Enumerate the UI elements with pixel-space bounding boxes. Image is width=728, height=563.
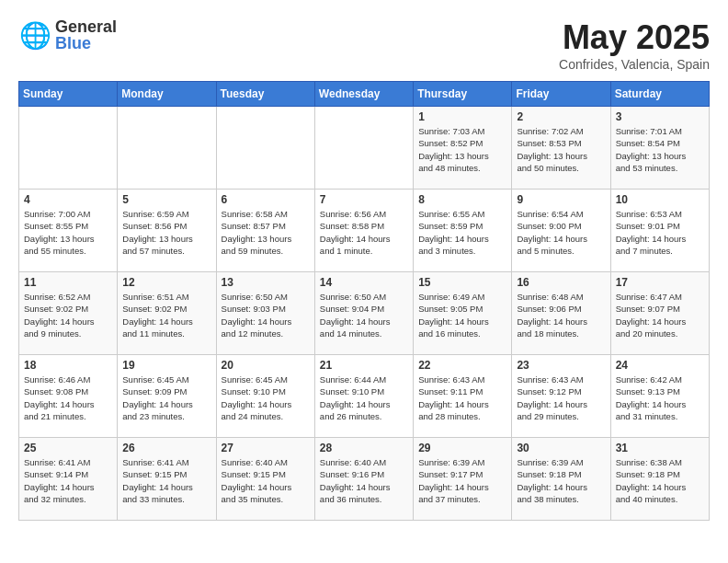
calendar-cell: 19Sunrise: 6:45 AM Sunset: 9:09 PM Dayli… bbox=[118, 355, 216, 438]
day-info: Sunrise: 6:47 AM Sunset: 9:07 PM Dayligh… bbox=[616, 291, 704, 339]
calendar-header-row: SundayMondayTuesdayWednesdayThursdayFrid… bbox=[19, 82, 710, 107]
day-info: Sunrise: 6:41 AM Sunset: 9:15 PM Dayligh… bbox=[122, 456, 210, 505]
calendar-cell: 5Sunrise: 6:59 AM Sunset: 8:56 PM Daylig… bbox=[118, 190, 216, 272]
logo: 🌐 General Blue bbox=[18, 18, 117, 52]
day-number: 30 bbox=[517, 442, 605, 454]
title-block: May 2025 Confrides, Valencia, Spain bbox=[559, 18, 710, 72]
day-number: 9 bbox=[517, 193, 605, 206]
day-number: 14 bbox=[320, 276, 408, 289]
day-info: Sunrise: 6:44 AM Sunset: 9:10 PM Dayligh… bbox=[320, 373, 408, 422]
calendar-cell: 15Sunrise: 6:49 AM Sunset: 9:05 PM Dayli… bbox=[414, 272, 512, 355]
day-number: 26 bbox=[122, 442, 210, 454]
day-number: 17 bbox=[616, 276, 704, 289]
calendar-cell: 18Sunrise: 6:46 AM Sunset: 9:08 PM Dayli… bbox=[19, 355, 118, 438]
day-number: 20 bbox=[222, 359, 310, 372]
header-monday: Monday bbox=[118, 82, 216, 107]
day-number: 27 bbox=[222, 442, 310, 454]
calendar-cell: 17Sunrise: 6:47 AM Sunset: 9:07 PM Dayli… bbox=[610, 272, 709, 355]
day-number: 10 bbox=[616, 193, 704, 206]
day-number: 7 bbox=[320, 193, 408, 206]
logo-text: General Blue bbox=[55, 18, 117, 52]
svg-text:🌐: 🌐 bbox=[19, 20, 51, 51]
day-number: 3 bbox=[616, 110, 704, 123]
day-number: 29 bbox=[418, 442, 506, 454]
day-info: Sunrise: 7:02 AM Sunset: 8:53 PM Dayligh… bbox=[517, 125, 605, 174]
day-info: Sunrise: 6:54 AM Sunset: 9:00 PM Dayligh… bbox=[517, 208, 605, 257]
day-info: Sunrise: 6:40 AM Sunset: 9:15 PM Dayligh… bbox=[222, 456, 310, 505]
day-info: Sunrise: 6:51 AM Sunset: 9:02 PM Dayligh… bbox=[122, 291, 210, 339]
day-number: 22 bbox=[418, 359, 506, 372]
day-number: 25 bbox=[24, 442, 112, 454]
day-info: Sunrise: 6:46 AM Sunset: 9:08 PM Dayligh… bbox=[24, 373, 112, 422]
day-info: Sunrise: 6:49 AM Sunset: 9:05 PM Dayligh… bbox=[418, 291, 506, 339]
day-info: Sunrise: 6:42 AM Sunset: 9:13 PM Dayligh… bbox=[616, 373, 704, 422]
day-info: Sunrise: 6:43 AM Sunset: 9:11 PM Dayligh… bbox=[418, 373, 506, 422]
day-number: 28 bbox=[320, 442, 408, 454]
calendar-cell bbox=[118, 107, 216, 190]
calendar-cell: 14Sunrise: 6:50 AM Sunset: 9:04 PM Dayli… bbox=[314, 272, 413, 355]
header-tuesday: Tuesday bbox=[216, 82, 314, 107]
calendar-cell: 23Sunrise: 6:43 AM Sunset: 9:12 PM Dayli… bbox=[512, 355, 610, 438]
day-info: Sunrise: 6:59 AM Sunset: 8:56 PM Dayligh… bbox=[122, 208, 210, 257]
calendar-cell: 2Sunrise: 7:02 AM Sunset: 8:53 PM Daylig… bbox=[512, 107, 610, 190]
logo-general: General bbox=[55, 18, 117, 35]
day-info: Sunrise: 6:40 AM Sunset: 9:16 PM Dayligh… bbox=[320, 456, 408, 505]
page-header: 🌐 General Blue May 2025 Confrides, Valen… bbox=[18, 18, 710, 72]
day-info: Sunrise: 6:56 AM Sunset: 8:58 PM Dayligh… bbox=[320, 208, 408, 257]
day-info: Sunrise: 6:53 AM Sunset: 9:01 PM Dayligh… bbox=[616, 208, 704, 257]
calendar-cell: 20Sunrise: 6:45 AM Sunset: 9:10 PM Dayli… bbox=[216, 355, 314, 438]
calendar-cell: 8Sunrise: 6:55 AM Sunset: 8:59 PM Daylig… bbox=[414, 190, 512, 272]
calendar-cell: 27Sunrise: 6:40 AM Sunset: 9:15 PM Dayli… bbox=[216, 438, 314, 521]
day-info: Sunrise: 6:58 AM Sunset: 8:57 PM Dayligh… bbox=[222, 208, 310, 257]
day-number: 24 bbox=[616, 359, 704, 372]
day-number: 13 bbox=[222, 276, 310, 289]
calendar-cell: 4Sunrise: 7:00 AM Sunset: 8:55 PM Daylig… bbox=[19, 190, 118, 272]
week-row-3: 11Sunrise: 6:52 AM Sunset: 9:02 PM Dayli… bbox=[19, 272, 710, 355]
day-number: 23 bbox=[517, 359, 605, 372]
day-info: Sunrise: 6:39 AM Sunset: 9:17 PM Dayligh… bbox=[418, 456, 506, 505]
location: Confrides, Valencia, Spain bbox=[559, 57, 710, 72]
logo-blue: Blue bbox=[55, 35, 117, 52]
header-wednesday: Wednesday bbox=[314, 82, 413, 107]
header-friday: Friday bbox=[512, 82, 610, 107]
week-row-5: 25Sunrise: 6:41 AM Sunset: 9:14 PM Dayli… bbox=[19, 438, 710, 521]
calendar-cell: 11Sunrise: 6:52 AM Sunset: 9:02 PM Dayli… bbox=[19, 272, 118, 355]
calendar-cell: 12Sunrise: 6:51 AM Sunset: 9:02 PM Dayli… bbox=[118, 272, 216, 355]
calendar-cell: 21Sunrise: 6:44 AM Sunset: 9:10 PM Dayli… bbox=[314, 355, 413, 438]
day-info: Sunrise: 6:50 AM Sunset: 9:04 PM Dayligh… bbox=[320, 291, 408, 339]
header-saturday: Saturday bbox=[610, 82, 709, 107]
day-info: Sunrise: 6:41 AM Sunset: 9:14 PM Dayligh… bbox=[24, 456, 112, 505]
day-number: 19 bbox=[122, 359, 210, 372]
day-number: 11 bbox=[24, 276, 112, 289]
day-info: Sunrise: 6:52 AM Sunset: 9:02 PM Dayligh… bbox=[24, 291, 112, 339]
calendar-cell bbox=[314, 107, 413, 190]
calendar-cell: 7Sunrise: 6:56 AM Sunset: 8:58 PM Daylig… bbox=[314, 190, 413, 272]
day-info: Sunrise: 7:01 AM Sunset: 8:54 PM Dayligh… bbox=[616, 125, 704, 174]
day-number: 18 bbox=[24, 359, 112, 372]
calendar-cell: 13Sunrise: 6:50 AM Sunset: 9:03 PM Dayli… bbox=[216, 272, 314, 355]
calendar-table: SundayMondayTuesdayWednesdayThursdayFrid… bbox=[18, 81, 710, 521]
day-number: 1 bbox=[418, 110, 506, 123]
month-title: May 2025 bbox=[559, 18, 710, 57]
calendar-cell: 16Sunrise: 6:48 AM Sunset: 9:06 PM Dayli… bbox=[512, 272, 610, 355]
day-number: 12 bbox=[122, 276, 210, 289]
day-number: 8 bbox=[418, 193, 506, 206]
day-number: 21 bbox=[320, 359, 408, 372]
header-sunday: Sunday bbox=[19, 82, 118, 107]
calendar-cell: 9Sunrise: 6:54 AM Sunset: 9:00 PM Daylig… bbox=[512, 190, 610, 272]
day-info: Sunrise: 6:43 AM Sunset: 9:12 PM Dayligh… bbox=[517, 373, 605, 422]
calendar-cell: 30Sunrise: 6:39 AM Sunset: 9:18 PM Dayli… bbox=[512, 438, 610, 521]
calendar-cell: 26Sunrise: 6:41 AM Sunset: 9:15 PM Dayli… bbox=[118, 438, 216, 521]
calendar-cell: 3Sunrise: 7:01 AM Sunset: 8:54 PM Daylig… bbox=[610, 107, 709, 190]
day-number: 4 bbox=[24, 193, 112, 206]
day-info: Sunrise: 7:03 AM Sunset: 8:52 PM Dayligh… bbox=[418, 125, 506, 174]
calendar-cell: 31Sunrise: 6:38 AM Sunset: 9:18 PM Dayli… bbox=[610, 438, 709, 521]
calendar-cell: 6Sunrise: 6:58 AM Sunset: 8:57 PM Daylig… bbox=[216, 190, 314, 272]
logo-icon: 🌐 bbox=[18, 18, 51, 52]
week-row-4: 18Sunrise: 6:46 AM Sunset: 9:08 PM Dayli… bbox=[19, 355, 710, 438]
calendar-cell: 28Sunrise: 6:40 AM Sunset: 9:16 PM Dayli… bbox=[314, 438, 413, 521]
week-row-1: 1Sunrise: 7:03 AM Sunset: 8:52 PM Daylig… bbox=[19, 107, 710, 190]
day-number: 15 bbox=[418, 276, 506, 289]
calendar-cell: 10Sunrise: 6:53 AM Sunset: 9:01 PM Dayli… bbox=[610, 190, 709, 272]
week-row-2: 4Sunrise: 7:00 AM Sunset: 8:55 PM Daylig… bbox=[19, 190, 710, 272]
